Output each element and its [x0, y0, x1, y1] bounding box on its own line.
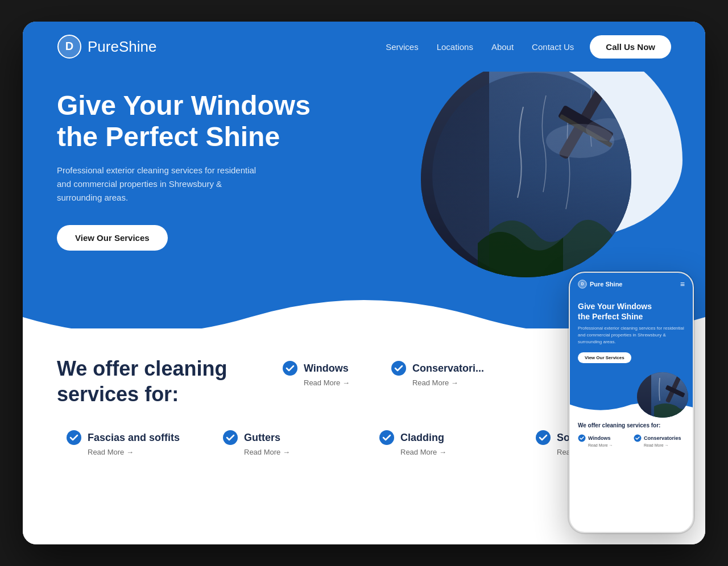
- screen: D PureShine Services Locations About Con…: [23, 22, 705, 544]
- services-heading: We offer cleaning services for:: [57, 356, 250, 407]
- mobile-logo-icon: D: [578, 280, 587, 289]
- service-name-fascias: Fascias and soffits: [88, 432, 180, 444]
- nav-links: Services Locations About Contact Us: [386, 42, 574, 52]
- check-icon-conservatories: [391, 360, 407, 376]
- read-more-windows[interactable]: Read More →: [304, 378, 350, 387]
- mobile-hero-subtitle: Professional exterior cleaning services …: [578, 325, 685, 346]
- hero-title: Give Your Windows the Perfect Shine: [57, 90, 311, 152]
- service-cladding: Cladding Read More →: [370, 425, 515, 461]
- mobile-read-more-windows[interactable]: Read More →: [588, 443, 629, 447]
- logo-icon: D: [57, 34, 82, 59]
- svg-point-12: [67, 430, 81, 445]
- mobile-image-area: [570, 370, 693, 415]
- hero-image-container: [421, 56, 660, 294]
- mobile-logo: D Pure Shine: [578, 280, 622, 289]
- logo[interactable]: D PureShine: [57, 34, 156, 59]
- mobile-service-windows: Windows Read More →: [578, 434, 629, 447]
- service-fascias: Fascias and soffits Read More →: [57, 425, 202, 461]
- svg-point-13: [223, 430, 238, 445]
- mobile-squeegee: [637, 372, 688, 418]
- mobile-navbar: D Pure Shine ≡: [570, 273, 693, 294]
- check-icon-gutters: [222, 430, 238, 446]
- read-more-cladding[interactable]: Read More →: [400, 448, 506, 456]
- check-icon-cladding: [379, 430, 395, 446]
- mobile-read-more-conservatories[interactable]: Read More →: [644, 443, 685, 447]
- mobile-logo-text: Pure Shine: [590, 281, 622, 288]
- svg-point-14: [379, 430, 394, 445]
- service-conservatories: Conservatori... Read More →: [382, 356, 493, 392]
- mobile-hero: Give Your Windows the Perfect Shine Prof…: [570, 294, 693, 370]
- service-gutters: Gutters Read More →: [213, 425, 358, 461]
- check-icon-fascias: [66, 430, 82, 446]
- service-name-windows: Windows: [304, 363, 349, 374]
- mobile-menu-icon[interactable]: ≡: [680, 280, 685, 289]
- read-more-conservatories[interactable]: Read More →: [412, 378, 484, 387]
- mobile-check-icon-windows: [578, 434, 586, 442]
- nav-contact[interactable]: Contact Us: [532, 42, 574, 52]
- hero-content: Give Your Windows the Perfect Shine Prof…: [57, 90, 311, 251]
- mobile-hero-title: Give Your Windows the Perfect Shine: [578, 301, 685, 322]
- svg-point-10: [283, 361, 297, 376]
- mobile-services-title: We offer cleaning services for:: [578, 422, 685, 428]
- read-more-gutters[interactable]: Read More →: [244, 448, 349, 456]
- services-heading-block: We offer cleaning services for:: [57, 356, 250, 407]
- read-more-fascias[interactable]: Read More →: [88, 448, 193, 456]
- mobile-blob-image: [637, 372, 688, 418]
- service-windows: Windows Read More →: [273, 356, 359, 392]
- svg-text:D: D: [581, 282, 584, 286]
- check-icon-windows: [282, 360, 298, 376]
- mobile-service-name-conservatories: Conservatories: [644, 435, 681, 441]
- hero-subtitle: Professional exterior cleaning services …: [57, 164, 262, 205]
- mobile-check-icon-conservatories: [634, 434, 642, 442]
- mobile-services-grid: Windows Read More → Conservatories Read …: [578, 434, 685, 447]
- nav-about[interactable]: About: [491, 42, 514, 52]
- mobile-services: We offer cleaning services for: Windows …: [570, 415, 693, 454]
- service-name-gutters: Gutters: [244, 432, 280, 444]
- check-icon-solar: [535, 430, 551, 446]
- nav-services[interactable]: Services: [386, 42, 419, 52]
- mobile-service-name-windows: Windows: [588, 435, 610, 441]
- mobile-mockup: D Pure Shine ≡ Give Your Windows the Per…: [569, 272, 694, 533]
- view-services-button[interactable]: View Our Services: [57, 225, 168, 251]
- mobile-view-services-button[interactable]: View Our Services: [578, 352, 631, 363]
- nav-locations[interactable]: Locations: [437, 42, 473, 52]
- service-name-conservatories: Conservatori...: [412, 363, 484, 374]
- svg-point-11: [391, 361, 406, 376]
- logo-text: PureShine: [88, 38, 156, 56]
- svg-point-15: [536, 430, 551, 445]
- call-us-button[interactable]: Call Us Now: [590, 35, 671, 59]
- service-name-cladding: Cladding: [400, 432, 444, 444]
- svg-text:D: D: [65, 40, 73, 52]
- mobile-service-conservatories: Conservatories Read More →: [634, 434, 685, 447]
- navbar: D PureShine Services Locations About Con…: [23, 22, 705, 72]
